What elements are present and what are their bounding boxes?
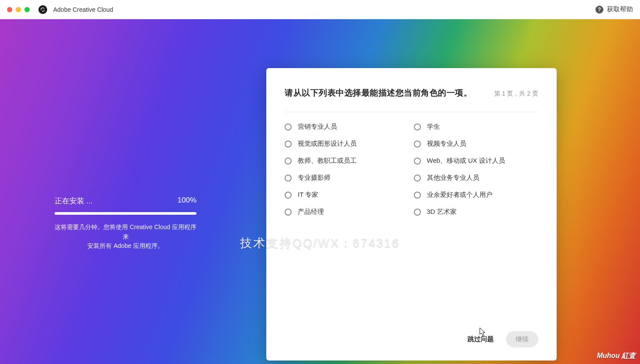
window-controls bbox=[7, 7, 30, 12]
radio-icon bbox=[285, 209, 292, 216]
install-percent: 100% bbox=[178, 196, 196, 206]
help-link[interactable]: ? 获取帮助 bbox=[595, 5, 633, 14]
option-label: 3D 艺术家 bbox=[427, 208, 457, 216]
radio-icon bbox=[414, 192, 421, 199]
option-label: IT 专家 bbox=[298, 191, 318, 199]
progress-fill bbox=[55, 212, 196, 215]
radio-icon bbox=[414, 124, 421, 130]
option-label: 其他业务专业人员 bbox=[427, 174, 479, 182]
continue-button[interactable]: 继续 bbox=[506, 331, 538, 347]
page-indicator: 第 1 页，共 2 页 bbox=[494, 90, 538, 98]
option-label: 视频专业人员 bbox=[427, 140, 466, 148]
install-status-text: 正在安装 ... bbox=[55, 196, 93, 206]
card-title: 请从以下列表中选择最能描述您当前角色的一项。 bbox=[285, 87, 472, 99]
role-selection-card: 请从以下列表中选择最能描述您当前角色的一项。 第 1 页，共 2 页 营销专业人… bbox=[266, 68, 557, 361]
radio-icon bbox=[285, 124, 292, 130]
radio-icon bbox=[414, 158, 421, 165]
role-option-3d-artist[interactable]: 3D 艺术家 bbox=[414, 208, 539, 216]
radio-icon bbox=[285, 158, 292, 165]
radio-icon bbox=[414, 209, 421, 216]
install-status-row: 正在安装 ... 100% bbox=[55, 196, 196, 206]
role-option-video-pro[interactable]: 视频专业人员 bbox=[414, 140, 539, 148]
help-label: 获取帮助 bbox=[607, 5, 633, 14]
radio-icon bbox=[414, 141, 421, 148]
close-window-button[interactable] bbox=[7, 7, 12, 12]
radio-icon bbox=[285, 141, 292, 148]
card-header: 请从以下列表中选择最能描述您当前角色的一项。 第 1 页，共 2 页 bbox=[285, 87, 538, 112]
role-option-it-expert[interactable]: IT 专家 bbox=[285, 191, 409, 199]
role-option-photographer[interactable]: 专业摄影师 bbox=[285, 174, 409, 182]
option-label: 产品经理 bbox=[298, 208, 324, 216]
help-icon: ? bbox=[595, 6, 603, 14]
card-footer: 跳过问题 继续 bbox=[285, 331, 538, 347]
radio-icon bbox=[285, 175, 292, 182]
option-label: 视觉或图形设计人员 bbox=[298, 140, 357, 148]
skip-button[interactable]: 跳过问题 bbox=[468, 335, 494, 343]
maximize-window-button[interactable] bbox=[24, 7, 30, 12]
option-label: 营销专业人员 bbox=[298, 123, 337, 131]
option-label: 学生 bbox=[427, 123, 440, 131]
install-panel: 正在安装 ... 100% 这将需要几分钟。您将使用 Creative Clou… bbox=[55, 196, 196, 251]
main-area: 正在安装 ... 100% 这将需要几分钟。您将使用 Creative Clou… bbox=[0, 19, 640, 364]
radio-icon bbox=[285, 192, 292, 199]
role-option-visual-design[interactable]: 视觉或图形设计人员 bbox=[285, 140, 409, 148]
creative-cloud-icon bbox=[38, 5, 47, 14]
role-options-grid: 营销专业人员 视觉或图形设计人员 教师、教职工或员工 专业摄影师 IT 专家 bbox=[285, 112, 538, 216]
minimize-window-button[interactable] bbox=[16, 7, 21, 12]
titlebar: Adobe Creative Cloud ? 获取帮助 bbox=[0, 0, 640, 19]
install-description: 这将需要几分钟。您将使用 Creative Cloud 应用程序来 安装所有 A… bbox=[55, 223, 196, 251]
progress-bar bbox=[55, 212, 196, 215]
option-label: 专业摄影师 bbox=[298, 174, 330, 182]
role-option-student[interactable]: 学生 bbox=[414, 123, 539, 131]
radio-icon bbox=[414, 175, 421, 182]
role-option-other-business[interactable]: 其他业务专业人员 bbox=[414, 174, 539, 182]
role-option-product-manager[interactable]: 产品经理 bbox=[285, 208, 409, 216]
option-label: Web、移动或 UX 设计人员 bbox=[427, 157, 506, 165]
role-option-hobbyist[interactable]: 业余爱好者或个人用户 bbox=[414, 191, 539, 199]
option-label: 业余爱好者或个人用户 bbox=[427, 191, 492, 199]
titlebar-left: Adobe Creative Cloud bbox=[7, 5, 113, 14]
option-label: 教师、教职工或员工 bbox=[298, 157, 357, 165]
watermark: Muhou 紅査 bbox=[597, 351, 636, 361]
app-title: Adobe Creative Cloud bbox=[53, 6, 113, 13]
role-option-marketing[interactable]: 营销专业人员 bbox=[285, 123, 409, 131]
role-option-web-ux[interactable]: Web、移动或 UX 设计人员 bbox=[414, 157, 539, 165]
role-option-teacher[interactable]: 教师、教职工或员工 bbox=[285, 157, 409, 165]
